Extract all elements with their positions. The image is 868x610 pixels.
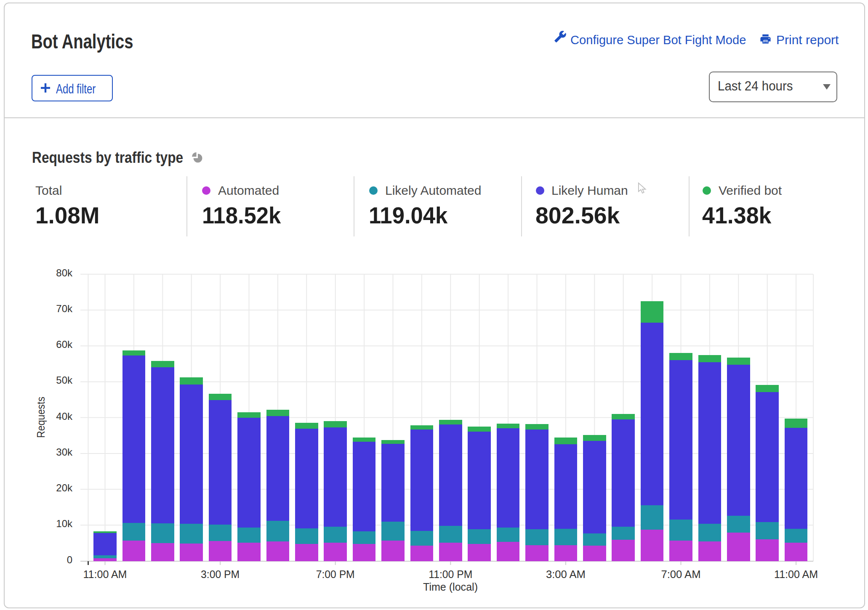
svg-text:40k: 40k <box>56 411 73 422</box>
svg-text:11:00 PM: 11:00 PM <box>429 568 472 581</box>
svg-text:11:00 AM: 11:00 AM <box>774 568 818 581</box>
svg-text:3:00 PM: 3:00 PM <box>201 568 240 581</box>
svg-text:20k: 20k <box>56 482 73 493</box>
svg-text:10k: 10k <box>56 518 73 529</box>
svg-text:50k: 50k <box>56 374 73 386</box>
svg-text:Requests: Requests <box>35 397 47 438</box>
svg-text:0: 0 <box>67 554 72 565</box>
svg-text:30k: 30k <box>56 446 73 458</box>
svg-text:80k: 80k <box>56 267 73 278</box>
svg-text:60k: 60k <box>56 339 73 350</box>
svg-text:70k: 70k <box>56 303 73 314</box>
svg-text:Time (local): Time (local) <box>423 581 478 593</box>
svg-text:7:00 AM: 7:00 AM <box>661 568 701 581</box>
svg-text:7:00 PM: 7:00 PM <box>316 568 355 581</box>
svg-text:3:00 AM: 3:00 AM <box>546 568 586 581</box>
svg-text:11:00 AM: 11:00 AM <box>83 568 127 581</box>
